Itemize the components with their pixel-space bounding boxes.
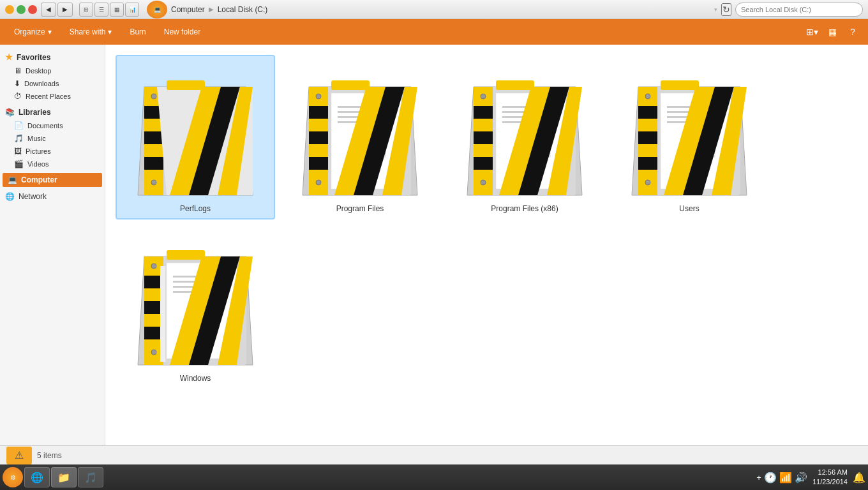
folder-users[interactable]: Users [610, 55, 769, 219]
details-pane-button[interactable]: ▦ [823, 23, 841, 41]
recent-label: Recent Places [26, 93, 71, 100]
view-btn-1[interactable]: ⊞ [79, 3, 93, 17]
folder-perflogs[interactable]: PerfLogs [116, 55, 275, 219]
sidebar-item-pictures[interactable]: 🖼 Pictures [0, 145, 105, 158]
start-icon: ⚙ [10, 474, 16, 481]
taskbar-browser-button[interactable]: 🌐 [24, 467, 50, 487]
close-button[interactable] [28, 5, 37, 14]
view-buttons: ⊞ ☰ ▦ 📊 [79, 3, 139, 17]
desktop-icon: 🖥 [14, 66, 22, 75]
window-controls [5, 5, 37, 14]
libraries-header[interactable]: 📚 Libraries [0, 105, 105, 119]
videos-label: Videos [27, 160, 49, 168]
network-section: 🌐 Network [0, 189, 105, 204]
content-area: PerfLogs [105, 45, 868, 445]
taskbar-date: 11/23/2014 [812, 477, 848, 487]
svg-rect-45 [474, 157, 493, 170]
favorites-label: Favorites [17, 53, 50, 62]
sidebar-item-documents[interactable]: 📄 Documents [0, 119, 105, 132]
svg-rect-44 [474, 131, 493, 144]
refresh-button[interactable]: ↻ [721, 3, 731, 16]
svg-point-18 [151, 180, 156, 185]
organize-button[interactable]: Organize ▾ [6, 23, 59, 41]
status-folder-icon: ⚠ [6, 447, 32, 464]
star-icon: ★ [5, 52, 13, 62]
organize-chevron: ▾ [48, 27, 52, 36]
windows-folder-icon [131, 231, 259, 371]
view-btn-4[interactable]: 📊 [125, 3, 139, 17]
library-icon: 📚 [5, 108, 15, 117]
view-change-button[interactable]: ⊞▾ [803, 23, 821, 41]
sidebar-item-videos[interactable]: 🎬 Videos [0, 158, 105, 170]
music-icon: 🎵 [14, 134, 24, 143]
videos-icon: 🎬 [14, 160, 24, 168]
pictures-label: Pictures [26, 147, 51, 155]
taskbar-clock: 12:56 AM 11/23/2014 [812, 468, 848, 487]
folder-program-files[interactable]: Program Files [280, 55, 440, 219]
view-btn-2[interactable]: ☰ [94, 3, 108, 17]
toolbar-right: ⊞▾ ▦ ? [803, 23, 862, 41]
svg-rect-4 [144, 131, 163, 144]
sidebar-item-recent[interactable]: ⏱ Recent Places [0, 90, 105, 103]
documents-icon: 📄 [14, 121, 24, 130]
libraries-label: Libraries [19, 108, 51, 117]
svg-rect-23 [309, 131, 328, 144]
svg-rect-97 [165, 266, 167, 362]
burn-button[interactable]: Burn [122, 23, 153, 41]
help-button[interactable]: ? [844, 23, 862, 41]
folder-program-files-x86[interactable]: Program Files (x86) [445, 55, 604, 219]
maximize-button[interactable] [17, 5, 26, 14]
view-btn-3[interactable]: ▦ [110, 3, 124, 17]
svg-rect-58 [496, 80, 534, 90]
plus-icon: + [756, 473, 761, 482]
network-icon: 🌐 [5, 192, 15, 201]
computer-label: Computer [21, 175, 57, 184]
downloads-label: Downloads [24, 80, 59, 87]
back-button[interactable]: ◀ [41, 3, 56, 17]
svg-rect-79 [661, 80, 699, 90]
folder-windows[interactable]: Windows [116, 225, 275, 389]
program-files-x86-label: Program Files (x86) [491, 204, 558, 213]
title-bar-right: ▾ ↻ [714, 3, 863, 17]
sidebar-item-computer[interactable]: 💻 Computer [3, 173, 102, 187]
minimize-button[interactable] [5, 5, 14, 14]
computer-icon: 💻 [147, 1, 167, 19]
breadcrumb-computer[interactable]: Computer [171, 5, 205, 14]
breadcrumb-drive[interactable]: Local Disk (C:) [218, 5, 268, 14]
breadcrumb: Computer ▶ Local Disk (C:) [171, 5, 267, 14]
svg-rect-5 [144, 157, 163, 170]
sidebar-item-network[interactable]: 🌐 Network [0, 189, 105, 204]
pictures-icon: 🖼 [14, 147, 22, 156]
taskbar-media-button[interactable]: 🎵 [78, 467, 103, 487]
new-folder-button[interactable]: New folder [156, 23, 208, 41]
notification-icon: 🔔 [853, 471, 865, 484]
search-input[interactable] [735, 3, 863, 17]
favorites-header[interactable]: ★ Favorites [0, 50, 105, 64]
sidebar-item-music[interactable]: 🎵 Music [0, 132, 105, 145]
status-bar: ⚠ 5 items [0, 445, 868, 464]
svg-point-102 [151, 264, 156, 269]
svg-rect-16 [167, 80, 205, 90]
title-bar: ◀ ▶ ⊞ ☰ ▦ 📊 💻 Computer ▶ Local Disk (C:)… [0, 0, 868, 19]
favorites-section: ★ Favorites 🖥 Desktop ⬇ Downloads ⏱ Rece… [0, 50, 105, 103]
program-files-label: Program Files [336, 204, 384, 213]
share-with-button[interactable]: Share with ▾ [62, 23, 120, 41]
search-dropdown-icon[interactable]: ▾ [714, 6, 717, 13]
media-icon: 🎵 [84, 471, 97, 484]
svg-point-103 [151, 350, 156, 355]
forward-button[interactable]: ▶ [57, 3, 73, 17]
clock-icon: 🕐 [764, 471, 777, 484]
breadcrumb-separator: ▶ [209, 6, 214, 13]
explorer-icon: 📁 [57, 471, 70, 484]
downloads-icon: ⬇ [14, 79, 20, 88]
new-folder-label: New folder [164, 27, 200, 36]
documents-label: Documents [27, 122, 63, 130]
nav-buttons: ◀ ▶ [41, 3, 73, 17]
sidebar-item-downloads[interactable]: ⬇ Downloads [0, 77, 105, 90]
start-button[interactable]: ⚙ [3, 467, 23, 487]
volume-icon: 🔊 [795, 471, 807, 484]
taskbar-system-icons: + 🕐 📶 🔊 [756, 471, 807, 484]
title-bar-left: ◀ ▶ ⊞ ☰ ▦ 📊 💻 Computer ▶ Local Disk (C:) [5, 1, 267, 19]
sidebar-item-desktop[interactable]: 🖥 Desktop [0, 64, 105, 77]
taskbar-explorer-button[interactable]: 📁 [51, 467, 77, 487]
